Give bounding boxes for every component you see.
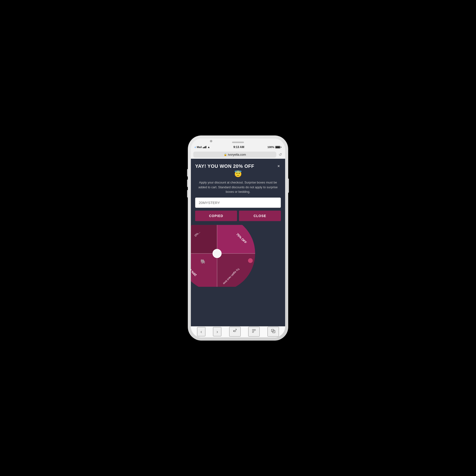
spin-wheel: 75% OFF Try again next time 20% OFF 0%..… <box>191 225 257 287</box>
reload-button[interactable]: ↺ <box>278 151 283 158</box>
modal-emoji: 😇 <box>195 170 281 178</box>
carrier-label: Mail <box>197 146 202 149</box>
back-arrow-icon: ‹ <box>200 329 202 334</box>
tabs-button[interactable] <box>268 327 279 337</box>
browser-toolbar: ‹ › <box>191 326 285 337</box>
modal-close-x-button[interactable]: × <box>276 164 281 169</box>
battery-indicator <box>275 146 281 149</box>
forward-button[interactable]: › <box>213 327 221 336</box>
address-bar: 🔒 ivoryella.com ↺ <box>191 151 285 159</box>
coupon-code-input[interactable] <box>195 198 281 208</box>
home-button-area <box>191 337 285 338</box>
modal-description: Apply your discount at checkout. Surpris… <box>195 180 281 194</box>
bookmarks-icon <box>252 329 256 335</box>
page-content: YAY! YOU WON 20% OFF × 😇 Apply your disc… <box>191 159 285 326</box>
battery-fill <box>276 146 280 148</box>
wifi-icon: ▲ <box>207 145 210 149</box>
back-indicator: ‹ <box>195 145 196 149</box>
battery-body <box>275 146 280 149</box>
forward-arrow-icon: › <box>216 329 218 334</box>
front-camera <box>210 140 212 142</box>
share-icon <box>233 329 237 335</box>
svg-point-9 <box>248 258 253 263</box>
status-right: 100% <box>268 146 281 149</box>
tabs-icon <box>271 329 276 335</box>
share-button[interactable] <box>229 327 241 337</box>
url-text: ivoryella.com <box>228 153 246 156</box>
close-button[interactable]: CLOSE <box>239 211 281 221</box>
svg-rect-11 <box>234 331 236 332</box>
modal-popup: YAY! YOU WON 20% OFF × 😇 Apply your disc… <box>191 159 285 225</box>
modal-title: YAY! YOU WON 20% OFF <box>195 164 254 169</box>
phone-speaker <box>232 142 244 143</box>
svg-text:🐘: 🐘 <box>200 259 206 264</box>
svg-point-8 <box>213 249 221 258</box>
phone-frame: ‹ Mail ▲ 9:13 AM 100% <box>188 136 288 340</box>
copied-button[interactable]: COPIED <box>195 211 237 221</box>
button-row: COPIED CLOSE <box>195 211 281 221</box>
back-button[interactable]: ‹ <box>197 327 205 336</box>
lock-icon: 🔒 <box>224 153 227 156</box>
spin-wheel-area: 75% OFF Try again next time 20% OFF 0%..… <box>191 225 285 287</box>
bookmarks-button[interactable] <box>248 327 260 337</box>
phone-top-notch <box>191 138 285 144</box>
phone-screen: ‹ Mail ▲ 9:13 AM 100% <box>191 138 285 338</box>
url-field[interactable]: 🔒 ivoryella.com <box>193 152 276 157</box>
status-time: 9:13 AM <box>234 145 244 149</box>
battery-percent: 100% <box>268 146 274 149</box>
status-bar: ‹ Mail ▲ 9:13 AM 100% <box>191 144 285 151</box>
modal-title-row: YAY! YOU WON 20% OFF × <box>195 164 281 169</box>
battery-tip <box>281 147 281 148</box>
signal-bars <box>203 146 206 148</box>
status-left: ‹ Mail ▲ <box>195 145 210 149</box>
